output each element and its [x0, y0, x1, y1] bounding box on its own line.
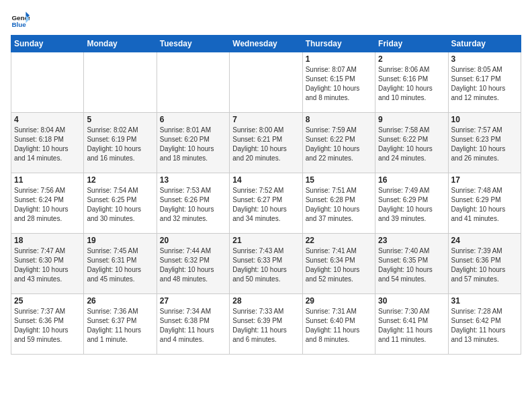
calendar-cell — [157, 52, 229, 113]
calendar-cell: 21Sunrise: 7:43 AM Sunset: 6:33 PM Dayli… — [230, 234, 302, 294]
day-number: 12 — [87, 175, 153, 185]
svg-text:Blue: Blue — [11, 21, 26, 28]
day-number: 26 — [87, 296, 153, 306]
weekday-header-monday: Monday — [84, 36, 157, 52]
day-info: Sunrise: 7:53 AM Sunset: 6:26 PM Dayligh… — [160, 186, 226, 224]
day-info: Sunrise: 7:47 AM Sunset: 6:30 PM Dayligh… — [14, 246, 81, 284]
calendar-cell: 17Sunrise: 7:48 AM Sunset: 6:29 PM Dayli… — [448, 173, 521, 234]
day-info: Sunrise: 7:56 AM Sunset: 6:24 PM Dayligh… — [14, 186, 81, 224]
calendar-cell — [230, 52, 302, 113]
day-number: 16 — [378, 175, 445, 185]
day-info: Sunrise: 7:58 AM Sunset: 6:22 PM Dayligh… — [378, 126, 445, 163]
calendar-cell: 11Sunrise: 7:56 AM Sunset: 6:24 PM Dayli… — [11, 173, 84, 234]
day-info: Sunrise: 7:41 AM Sunset: 6:34 PM Dayligh… — [306, 246, 372, 284]
calendar-cell — [11, 52, 84, 113]
day-info: Sunrise: 8:02 AM Sunset: 6:19 PM Dayligh… — [87, 126, 153, 163]
calendar-cell: 16Sunrise: 7:49 AM Sunset: 6:29 PM Dayli… — [375, 173, 448, 234]
calendar-cell: 8Sunrise: 7:59 AM Sunset: 6:22 PM Daylig… — [302, 113, 375, 173]
calendar-table: SundayMondayTuesdayWednesdayThursdayFrid… — [11, 35, 521, 355]
calendar-cell: 7Sunrise: 8:00 AM Sunset: 6:21 PM Daylig… — [230, 113, 302, 173]
day-number: 2 — [378, 54, 445, 64]
calendar-cell: 23Sunrise: 7:40 AM Sunset: 6:35 PM Dayli… — [375, 234, 448, 294]
calendar-cell: 14Sunrise: 7:52 AM Sunset: 6:27 PM Dayli… — [230, 173, 302, 234]
day-number: 25 — [14, 296, 81, 306]
day-info: Sunrise: 7:54 AM Sunset: 6:25 PM Dayligh… — [87, 186, 153, 224]
day-number: 17 — [451, 175, 518, 185]
day-info: Sunrise: 7:28 AM Sunset: 6:42 PM Dayligh… — [451, 307, 518, 345]
day-number: 13 — [160, 175, 226, 185]
day-number: 18 — [14, 236, 81, 245]
day-number: 31 — [451, 296, 518, 306]
calendar-cell: 19Sunrise: 7:45 AM Sunset: 6:31 PM Dayli… — [84, 234, 157, 294]
calendar-cell: 5Sunrise: 8:02 AM Sunset: 6:19 PM Daylig… — [84, 113, 157, 173]
calendar-header-row: SundayMondayTuesdayWednesdayThursdayFrid… — [11, 36, 521, 52]
day-number: 19 — [87, 236, 153, 245]
weekday-header-thursday: Thursday — [302, 36, 375, 52]
day-info: Sunrise: 7:34 AM Sunset: 6:38 PM Dayligh… — [160, 307, 226, 345]
weekday-header-friday: Friday — [375, 36, 448, 52]
day-info: Sunrise: 7:30 AM Sunset: 6:41 PM Dayligh… — [378, 307, 445, 345]
calendar-cell: 6Sunrise: 8:01 AM Sunset: 6:20 PM Daylig… — [157, 113, 229, 173]
day-number: 21 — [232, 236, 299, 245]
day-info: Sunrise: 7:39 AM Sunset: 6:36 PM Dayligh… — [451, 246, 518, 284]
day-number: 20 — [160, 236, 226, 245]
day-number: 9 — [378, 115, 445, 124]
day-number: 28 — [232, 296, 299, 306]
weekday-header-wednesday: Wednesday — [230, 36, 302, 52]
day-info: Sunrise: 7:48 AM Sunset: 6:29 PM Dayligh… — [451, 186, 518, 224]
day-info: Sunrise: 7:43 AM Sunset: 6:33 PM Dayligh… — [232, 246, 299, 284]
day-info: Sunrise: 7:57 AM Sunset: 6:23 PM Dayligh… — [451, 126, 518, 163]
calendar-cell: 15Sunrise: 7:51 AM Sunset: 6:28 PM Dayli… — [302, 173, 375, 234]
day-number: 22 — [306, 236, 372, 245]
day-number: 30 — [378, 296, 445, 306]
day-number: 15 — [306, 175, 372, 185]
weekday-header-sunday: Sunday — [11, 36, 84, 52]
day-info: Sunrise: 7:36 AM Sunset: 6:37 PM Dayligh… — [87, 307, 153, 345]
calendar-cell: 22Sunrise: 7:41 AM Sunset: 6:34 PM Dayli… — [302, 234, 375, 294]
calendar-week-3: 11Sunrise: 7:56 AM Sunset: 6:24 PM Dayli… — [11, 173, 521, 234]
day-number: 7 — [232, 115, 299, 124]
logo: General Blue — [11, 11, 32, 30]
calendar-cell: 24Sunrise: 7:39 AM Sunset: 6:36 PM Dayli… — [448, 234, 521, 294]
calendar-week-2: 4Sunrise: 8:04 AM Sunset: 6:18 PM Daylig… — [11, 113, 521, 173]
day-number: 11 — [14, 175, 81, 185]
logo-icon: General Blue — [11, 11, 30, 30]
day-info: Sunrise: 8:01 AM Sunset: 6:20 PM Dayligh… — [160, 126, 226, 163]
day-info: Sunrise: 8:04 AM Sunset: 6:18 PM Dayligh… — [14, 126, 81, 163]
day-number: 1 — [306, 54, 372, 64]
day-number: 8 — [306, 115, 372, 124]
day-info: Sunrise: 7:49 AM Sunset: 6:29 PM Dayligh… — [378, 186, 445, 224]
weekday-header-tuesday: Tuesday — [157, 36, 229, 52]
calendar-cell: 1Sunrise: 8:07 AM Sunset: 6:15 PM Daylig… — [302, 52, 375, 113]
calendar-cell: 2Sunrise: 8:06 AM Sunset: 6:16 PM Daylig… — [375, 52, 448, 113]
day-info: Sunrise: 7:31 AM Sunset: 6:40 PM Dayligh… — [306, 307, 372, 345]
day-info: Sunrise: 7:40 AM Sunset: 6:35 PM Dayligh… — [378, 246, 445, 284]
calendar-cell: 3Sunrise: 8:05 AM Sunset: 6:17 PM Daylig… — [448, 52, 521, 113]
day-info: Sunrise: 8:06 AM Sunset: 6:16 PM Dayligh… — [378, 65, 445, 103]
day-info: Sunrise: 7:33 AM Sunset: 6:39 PM Dayligh… — [232, 307, 299, 345]
calendar-cell: 13Sunrise: 7:53 AM Sunset: 6:26 PM Dayli… — [157, 173, 229, 234]
day-info: Sunrise: 7:51 AM Sunset: 6:28 PM Dayligh… — [306, 186, 372, 224]
day-number: 3 — [451, 54, 518, 64]
calendar-week-5: 25Sunrise: 7:37 AM Sunset: 6:36 PM Dayli… — [11, 294, 521, 355]
calendar-body: 1Sunrise: 8:07 AM Sunset: 6:15 PM Daylig… — [11, 52, 521, 355]
page-header: General Blue — [11, 11, 521, 30]
day-info: Sunrise: 7:52 AM Sunset: 6:27 PM Dayligh… — [232, 186, 299, 224]
day-info: Sunrise: 8:00 AM Sunset: 6:21 PM Dayligh… — [232, 126, 299, 163]
day-info: Sunrise: 7:37 AM Sunset: 6:36 PM Dayligh… — [14, 307, 81, 345]
day-number: 27 — [160, 296, 226, 306]
calendar-week-1: 1Sunrise: 8:07 AM Sunset: 6:15 PM Daylig… — [11, 52, 521, 113]
calendar-week-4: 18Sunrise: 7:47 AM Sunset: 6:30 PM Dayli… — [11, 234, 521, 294]
day-number: 6 — [160, 115, 226, 124]
day-info: Sunrise: 7:45 AM Sunset: 6:31 PM Dayligh… — [87, 246, 153, 284]
calendar-cell: 25Sunrise: 7:37 AM Sunset: 6:36 PM Dayli… — [11, 294, 84, 355]
calendar-cell: 28Sunrise: 7:33 AM Sunset: 6:39 PM Dayli… — [230, 294, 302, 355]
calendar-cell: 30Sunrise: 7:30 AM Sunset: 6:41 PM Dayli… — [375, 294, 448, 355]
day-number: 4 — [14, 115, 81, 124]
day-info: Sunrise: 7:44 AM Sunset: 6:32 PM Dayligh… — [160, 246, 226, 284]
day-info: Sunrise: 7:59 AM Sunset: 6:22 PM Dayligh… — [306, 126, 372, 163]
calendar-cell: 18Sunrise: 7:47 AM Sunset: 6:30 PM Dayli… — [11, 234, 84, 294]
day-number: 23 — [378, 236, 445, 245]
day-number: 14 — [232, 175, 299, 185]
day-info: Sunrise: 8:05 AM Sunset: 6:17 PM Dayligh… — [451, 65, 518, 103]
